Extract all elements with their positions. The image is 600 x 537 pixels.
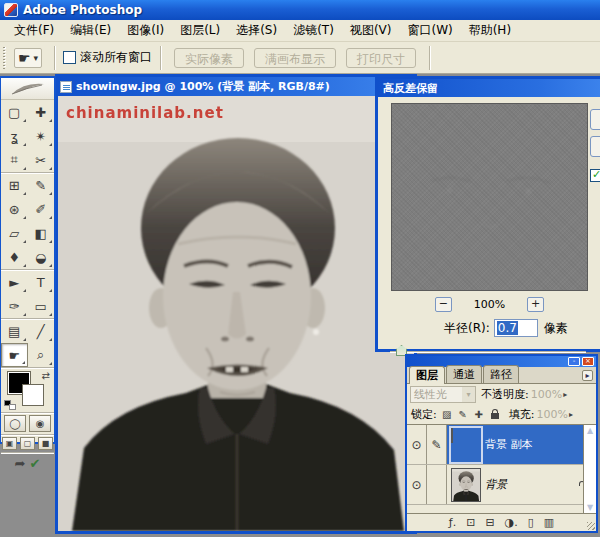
layer-mask-icon[interactable]: ⊡ xyxy=(466,516,475,529)
tool-slice[interactable]: ✂ xyxy=(28,148,55,172)
tool-magic-wand-icon: ✴ xyxy=(35,129,46,144)
menu-item-window[interactable]: 窗口(W) xyxy=(399,20,460,41)
visibility-eye-icon[interactable]: ⊙ xyxy=(407,425,427,464)
tool-move[interactable]: ✚ xyxy=(28,100,55,124)
standard-screen-button[interactable]: ▣ xyxy=(2,437,17,450)
hand-tool-preset[interactable]: ☛ ▾ xyxy=(14,48,42,68)
app-titlebar[interactable]: Adobe Photoshop xyxy=(0,0,600,20)
print-size-button[interactable]: 打印尺寸 xyxy=(346,48,416,68)
tool-notes[interactable]: ▤ xyxy=(1,319,28,343)
layer-group-icon[interactable]: ⊟ xyxy=(485,516,494,529)
fit-on-screen-button[interactable]: 满画布显示 xyxy=(254,48,336,68)
lock-transparency-icon[interactable]: ▨ xyxy=(440,408,454,421)
adobe-feather-icon xyxy=(8,82,48,96)
fill-arrow-icon[interactable]: ▸ xyxy=(569,410,573,419)
tool-hand[interactable]: ☛ xyxy=(1,343,28,367)
blend-mode-select[interactable]: 线性光 ▾ xyxy=(410,386,476,403)
link-cell[interactable] xyxy=(427,465,447,504)
fill-value[interactable]: 100% xyxy=(536,408,567,421)
layers-scrollbar[interactable]: ▲ ▼ xyxy=(583,425,596,514)
layer-name[interactable]: 背景 xyxy=(485,477,578,492)
scroll-all-windows-checkbox[interactable] xyxy=(63,51,76,64)
tool-eyedropper[interactable]: ╱ xyxy=(28,319,55,343)
scroll-all-windows-option[interactable]: 滚动所有窗口 xyxy=(63,49,152,66)
ok-button[interactable] xyxy=(590,109,600,130)
tool-gradient[interactable]: ◧ xyxy=(28,221,55,245)
cancel-button[interactable] xyxy=(590,136,600,157)
layer-thumbnail[interactable] xyxy=(451,428,481,462)
layer-row-background[interactable]: ⊙ 背景 xyxy=(407,465,596,505)
palette-close-button[interactable]: × xyxy=(582,357,594,366)
tab-layers[interactable]: 图层 xyxy=(409,366,445,384)
new-layer-icon[interactable]: ▯ xyxy=(528,516,534,529)
visibility-eye-icon[interactable]: ⊙ xyxy=(407,465,427,504)
zoom-out-button[interactable]: − xyxy=(435,297,452,312)
lock-position-icon[interactable]: ✚ xyxy=(472,408,486,421)
tool-path-selection[interactable]: ► xyxy=(1,270,28,294)
tool-gradient-icon: ◧ xyxy=(35,226,47,241)
swap-colors-icon[interactable]: ⇄ xyxy=(42,370,50,381)
actual-pixels-button[interactable]: 实际像素 xyxy=(174,48,244,68)
menu-item-image[interactable]: 图像(I) xyxy=(119,20,172,41)
menu-item-help[interactable]: 帮助(H) xyxy=(461,20,519,41)
layer-row-background-copy[interactable]: ⊙ ✎ 背景 副本 xyxy=(407,425,596,465)
menu-item-view[interactable]: 视图(V) xyxy=(342,20,400,41)
jump-to-imageready-button[interactable]: ➦ xyxy=(15,456,26,471)
menu-item-file[interactable]: 文件(F) xyxy=(6,20,62,41)
background-color-swatch[interactable] xyxy=(22,384,44,406)
tool-history-brush[interactable]: ✐ xyxy=(28,197,55,221)
tool-type[interactable]: T xyxy=(28,270,55,294)
tab-paths[interactable]: 路径 xyxy=(483,365,519,383)
layer-thumbnail[interactable] xyxy=(451,468,481,502)
fullscreen-button[interactable]: ■ xyxy=(38,437,53,450)
layer-name[interactable]: 背景 副本 xyxy=(485,437,596,452)
filter-preview[interactable] xyxy=(391,103,588,291)
tool-slice-icon: ✂ xyxy=(35,153,46,168)
zoom-in-button[interactable]: + xyxy=(527,297,544,312)
tool-pen[interactable]: ✑ xyxy=(1,294,28,318)
tool-magic-wand[interactable]: ✴ xyxy=(28,124,55,148)
document-canvas[interactable]: chinaminilab.net xyxy=(58,96,414,531)
tool-healing-brush[interactable]: ⊞ xyxy=(1,173,28,197)
tab-channels[interactable]: 通道 xyxy=(446,365,482,383)
editing-brush-icon: ✎ xyxy=(427,425,447,464)
resize-grip[interactable] xyxy=(587,522,595,530)
options-grip[interactable] xyxy=(3,47,8,69)
lock-all-icon[interactable] xyxy=(488,408,502,421)
palette-menu-button[interactable]: ▸ xyxy=(582,370,593,381)
delete-layer-icon[interactable]: ▥ xyxy=(544,516,554,529)
toolbox-header[interactable] xyxy=(1,78,54,100)
tool-rectangular-marquee-icon: ▢ xyxy=(8,105,20,120)
default-colors-icon[interactable] xyxy=(4,400,16,410)
fullscreen-menubar-button[interactable]: ▢ xyxy=(20,437,35,450)
tool-eraser[interactable]: ▱ xyxy=(1,221,28,245)
tool-brush[interactable]: ✎ xyxy=(28,173,55,197)
tool-dodge[interactable]: ◒ xyxy=(28,245,55,269)
layer-style-icon[interactable]: ƒ. xyxy=(449,516,456,529)
palette-minimize-button[interactable]: - xyxy=(568,357,580,366)
tool-zoom[interactable]: ⌕ xyxy=(28,343,55,367)
tool-rectangular-marquee[interactable]: ▢ xyxy=(1,100,28,124)
opacity-value[interactable]: 100% xyxy=(531,388,562,401)
menu-item-edit[interactable]: 编辑(E) xyxy=(62,20,119,41)
adjustment-layer-icon[interactable]: ◑. xyxy=(505,516,518,529)
lock-pixels-icon[interactable]: ✎ xyxy=(456,408,470,421)
preview-checkbox[interactable] xyxy=(590,169,600,182)
tool-shape[interactable]: ▭ xyxy=(28,294,55,318)
menu-item-layer[interactable]: 图层(L) xyxy=(172,20,228,41)
chevron-down-icon: ▾ xyxy=(34,53,39,63)
tool-lasso[interactable]: ʓ xyxy=(1,124,28,148)
tool-blur[interactable]: ♦ xyxy=(1,245,28,269)
tool-clone-stamp[interactable]: ⊛ xyxy=(1,197,28,221)
document-titlebar[interactable]: showingw.jpg @ 100% (背景 副本, RGB/8#) _ ❐ xyxy=(58,77,414,96)
tool-crop[interactable]: ⌗ xyxy=(1,148,28,172)
menu-item-select[interactable]: 选择(S) xyxy=(228,20,285,41)
preview-option[interactable]: 预览 xyxy=(590,167,600,184)
menu-item-filter[interactable]: 滤镜(T) xyxy=(285,20,342,41)
radius-input[interactable]: 0.7 xyxy=(494,319,538,337)
dialog-titlebar[interactable]: 高反差保留 xyxy=(378,79,600,97)
standard-mode-button[interactable]: ◯ xyxy=(4,415,26,432)
quick-mask-button[interactable]: ◉ xyxy=(29,415,51,432)
scroll-up-icon[interactable]: ▲ xyxy=(584,425,596,437)
opacity-arrow-icon[interactable]: ▸ xyxy=(563,390,567,399)
